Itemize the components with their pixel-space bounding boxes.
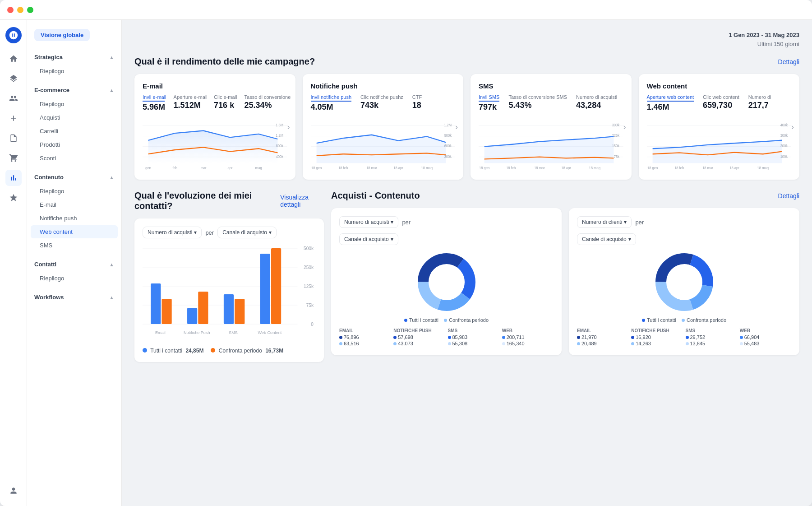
contacts-dropdown-metric[interactable]: Numero di acquisti ▾ xyxy=(143,227,202,238)
chevron-up-ecommerce-icon: ▲ xyxy=(109,88,114,93)
sidebar-section-header-workflows[interactable]: Workflows ▲ xyxy=(27,290,121,304)
sidebar-section-header-ecommerce[interactable]: E-commerce ▲ xyxy=(27,83,121,97)
maximize-button[interactable] xyxy=(27,7,33,13)
dot2-email-1 xyxy=(577,336,580,339)
dot2-web-2 xyxy=(740,342,743,345)
campaigns-dettagli-link[interactable]: Dettagli xyxy=(778,58,799,65)
sidebar-item-contenuto-riepilogo[interactable]: Riepilogo xyxy=(31,185,118,198)
donut1-dropdown-metric[interactable]: Numero di acquisti ▾ xyxy=(339,216,398,228)
metric-value-aperture: 1.512M xyxy=(174,101,205,110)
purchases-title: Acquisti - Contenuto xyxy=(331,190,420,201)
section-title-strategica: Strategica xyxy=(34,54,63,60)
nav-user-profile[interactable] xyxy=(5,483,22,499)
nav-layers[interactable] xyxy=(5,70,22,87)
close-button[interactable] xyxy=(7,7,14,13)
metric-label-tasso-sms: Tasso di conversione SMS xyxy=(508,94,567,100)
app-window: Visione globale Strategica ▲ Riepilogo E… xyxy=(0,0,812,506)
legend2-label-tutti: Tutti i contatti xyxy=(647,317,676,323)
nav-doc[interactable] xyxy=(5,130,22,146)
sidebar-item-ecommerce-acquisti[interactable]: Acquisti xyxy=(31,111,118,124)
svg-text:18 gen: 18 gen xyxy=(311,166,322,170)
sms-card-arrow[interactable]: › xyxy=(623,122,626,132)
sidebar-item-ecommerce-prodotti[interactable]: Prodotti xyxy=(31,138,118,151)
sidebar-item-ecommerce-riepilogo[interactable]: Riepilogo xyxy=(31,97,118,111)
push-chart: 1.2M 900k 600k 300k 18 gen 18 feb 18 mar… xyxy=(311,117,456,172)
bar-chart-area: 500k 250k 125k 75k 0 xyxy=(143,244,316,343)
svg-text:1.6M: 1.6M xyxy=(276,123,283,127)
svg-text:300k: 300k xyxy=(780,134,787,138)
bar-chart-legend: Tutti i contatti 24,85M Confronta period… xyxy=(143,348,316,354)
sidebar-item-contenuto-email[interactable]: E-mail xyxy=(31,198,118,211)
svg-text:mar: mar xyxy=(200,166,206,170)
nav-cart[interactable] xyxy=(5,150,22,166)
email-card-arrow[interactable]: › xyxy=(287,122,290,132)
nav-add[interactable] xyxy=(5,110,22,126)
sidebar-item-contatti-riepilogo[interactable]: Riepilogo xyxy=(31,272,118,285)
web-card-arrow[interactable]: › xyxy=(791,122,794,132)
metric-tasso-email: Tasso di conversione 25.34% xyxy=(245,94,287,110)
sidebar-item-ecommerce-sconti[interactable]: Sconti xyxy=(31,152,118,165)
svg-text:18 gen: 18 gen xyxy=(647,166,658,170)
legend-dot-all xyxy=(143,348,147,353)
svg-rect-64 xyxy=(187,308,197,324)
app-body: Visione globale Strategica ▲ Riepilogo E… xyxy=(0,20,812,506)
svg-rect-69 xyxy=(271,248,281,324)
per-label: per xyxy=(205,229,214,236)
donut1-metric-web: WEB 200,711 165,340 xyxy=(502,328,554,347)
legend-all-item: Tutti i contatti xyxy=(404,317,438,323)
metric-value-clic: 716 k xyxy=(214,101,235,110)
contacts-link[interactable]: Visualizza dettagli xyxy=(280,194,324,208)
legend-compare-label: Confronta periodo xyxy=(219,348,262,354)
sidebar-item-contenuto-notifiche[interactable]: Notifiche push xyxy=(31,212,118,225)
sidebar-badge: Visione globale xyxy=(34,29,90,41)
chevron-down-donut1-channel-icon: ▾ xyxy=(391,236,393,242)
section-title-contatti: Contatti xyxy=(34,261,56,268)
nav-home[interactable] xyxy=(5,51,22,67)
contacts-title: Qual è l'evoluzione dei miei contatti? xyxy=(134,190,271,211)
svg-text:18 mag: 18 mag xyxy=(757,166,768,170)
svg-text:18 mag: 18 mag xyxy=(589,166,600,170)
nav-users[interactable] xyxy=(5,90,22,107)
chevron-up-icon: ▲ xyxy=(109,55,114,60)
section-title-ecommerce: E-commerce xyxy=(34,87,69,93)
svg-rect-68 xyxy=(260,254,270,324)
metric-value-invii-sms: 797k xyxy=(479,102,499,112)
dot2-email-2 xyxy=(577,342,580,345)
minimize-button[interactable] xyxy=(17,7,23,13)
email-card: E-mail Invii e-mail 5.96M Aperture e-mai… xyxy=(134,74,295,180)
sidebar-section-header-strategica[interactable]: Strategica ▲ xyxy=(27,50,121,64)
metric-value-ctf: 18 xyxy=(412,101,422,110)
nav-star[interactable] xyxy=(5,190,22,206)
metric-aperture-email: Aperture e-mail 1.512M xyxy=(174,94,205,110)
nav-chart[interactable] xyxy=(5,170,22,186)
sidebar-item-contenuto-sms[interactable]: SMS xyxy=(31,239,118,252)
sidebar-item-ecommerce-carrelli[interactable]: Carrelli xyxy=(31,125,118,138)
purchases-dettagli-link[interactable]: Dettagli xyxy=(778,192,799,200)
donut1-metrics: EMAIL 76,896 63,516 xyxy=(339,328,554,347)
donut2-dropdown-channel[interactable]: Canale di acquisto ▾ xyxy=(577,233,636,245)
donut2-dropdown-metric[interactable]: Numero di clienti ▾ xyxy=(577,216,632,228)
donut1-chart xyxy=(339,251,554,314)
donut1-dropdown-channel[interactable]: Canale di acquisto ▾ xyxy=(339,233,398,245)
sidebar-section-header-contatti[interactable]: Contatti ▲ xyxy=(27,257,121,271)
sidebar-section-header-contenuto[interactable]: Contenuto ▲ xyxy=(27,170,121,184)
sidebar-item-strategica-riepilogo[interactable]: Riepilogo xyxy=(31,65,118,78)
svg-text:500k: 500k xyxy=(304,246,314,251)
sidebar-item-contenuto-webcontent[interactable]: Web content xyxy=(31,225,118,238)
svg-text:SMS: SMS xyxy=(229,330,238,335)
metric-label-numero-web: Numero di xyxy=(748,94,771,100)
metric-acquisti-sms: Numero di acquisti 43,284 xyxy=(576,94,617,110)
contacts-dropdown-channel[interactable]: Canale di acquisto ▾ xyxy=(217,227,277,238)
svg-text:Notifiche Push: Notifiche Push xyxy=(184,330,210,335)
svg-text:18 mag: 18 mag xyxy=(421,166,432,170)
chevron-up-contatti-icon: ▲ xyxy=(109,262,114,267)
svg-rect-65 xyxy=(198,292,208,324)
metric-label-clic-web: Clic web content xyxy=(703,94,739,100)
metric-clic-web: Clic web content 659,730 xyxy=(703,94,739,110)
push-card-arrow[interactable]: › xyxy=(455,122,458,132)
metric-label-invii-push: Invii notifiche push xyxy=(311,94,352,102)
metric-ctf-push: CTF 18 xyxy=(412,94,422,110)
contacts-bar-chart: Numero di acquisti ▾ per Canale di acqui… xyxy=(134,218,324,362)
svg-text:18 apr: 18 apr xyxy=(729,166,739,170)
donut2-metric-push: NOTIFICHE PUSH 16,920 14,263 xyxy=(631,328,683,347)
